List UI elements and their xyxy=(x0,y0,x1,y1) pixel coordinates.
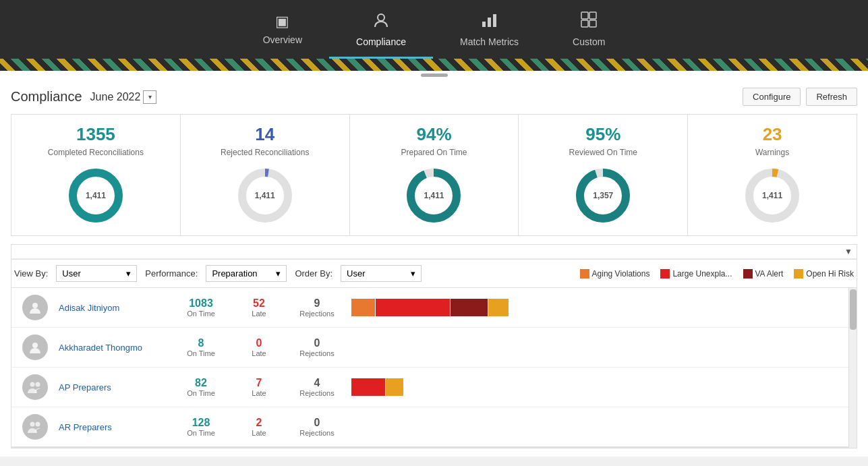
donut-warnings: 1,411 xyxy=(742,165,803,226)
on-time-num-ap: 82 xyxy=(195,377,207,389)
kpi-card-warnings: 23 Warnings 1,411 xyxy=(688,115,857,235)
scroll-thumb[interactable] xyxy=(850,289,857,330)
legend-color-open xyxy=(794,269,803,279)
kpi-number-prepared: 94% xyxy=(416,124,451,145)
svg-rect-7 xyxy=(589,20,596,27)
user-name-ap[interactable]: AP Preparers xyxy=(59,382,167,392)
kpi-card-completed: 1355 Completed Reconciliations 1,411 xyxy=(11,115,181,235)
refresh-button[interactable]: Refresh xyxy=(806,88,857,106)
main-content: Compliance June 2022 ▾ Configure Refresh… xyxy=(0,80,868,457)
rejections-num-ar: 0 xyxy=(314,417,320,429)
kpi-label-warnings: Warnings xyxy=(755,148,789,157)
user-name-adisak[interactable]: Adisak Jitniyom xyxy=(59,303,167,313)
nav-item-compliance[interactable]: Compliance xyxy=(329,5,433,59)
bar-seg-va xyxy=(451,299,488,316)
nav-item-overview[interactable]: ▣ Overview xyxy=(236,7,329,57)
order-by-select[interactable]: User ▾ xyxy=(341,265,422,282)
avatar-ar-preparers xyxy=(22,414,48,440)
kpi-chart-reviewed: 1,357 xyxy=(573,165,633,226)
svg-rect-5 xyxy=(589,12,596,19)
nav-label-custom: Custom xyxy=(573,36,605,47)
nav-item-match-metrics[interactable]: Match Metrics xyxy=(433,5,546,59)
legend-color-aging xyxy=(580,269,589,279)
legend-open-hi-risk: Open Hi Risk xyxy=(794,269,854,279)
kpi-label-prepared: Prepared On Time xyxy=(401,148,467,157)
bar-seg-aging xyxy=(351,299,375,316)
kpi-chart-warnings: 1,411 xyxy=(742,165,803,226)
bar-seg-open xyxy=(488,299,509,316)
kpi-chart-rejected: 1,411 xyxy=(235,165,295,226)
metric-rejections-adisak: 9 Rejections xyxy=(293,297,341,318)
table-row: AR Preparers 128 On Time 2 Late 0 Reject… xyxy=(11,407,857,448)
svg-point-24 xyxy=(32,343,38,348)
donut-center-prepared: 1,411 xyxy=(424,191,444,200)
donut-completed: 1,411 xyxy=(65,165,126,226)
kpi-number-warnings: 23 xyxy=(763,124,782,145)
late-label: Late xyxy=(252,310,266,318)
kpi-label-completed: Completed Reconciliations xyxy=(48,148,144,157)
nav-label-overview: Overview xyxy=(263,34,302,45)
view-by-chevron: ▾ xyxy=(126,268,131,279)
view-by-select[interactable]: User ▾ xyxy=(56,265,137,282)
nav-label-match-metrics: Match Metrics xyxy=(460,36,519,47)
rejections-num-akkharadet: 0 xyxy=(314,337,320,349)
date-dropdown-icon[interactable]: ▾ xyxy=(143,90,156,104)
on-time-label: On Time xyxy=(187,310,215,318)
on-time-num-adisak: 1083 xyxy=(189,297,213,310)
user-name-akkharadet[interactable]: Akkharadet Thongmo xyxy=(59,343,167,353)
configure-button[interactable]: Configure xyxy=(743,88,801,106)
rejections-num-ap: 4 xyxy=(314,377,320,389)
metric-on-time-akkharadet: 8 On Time xyxy=(177,337,225,357)
overview-icon: ▣ xyxy=(275,13,289,30)
rejections-label-2: Rejections xyxy=(299,349,334,357)
late-num-akkharadet: 0 xyxy=(256,337,262,349)
svg-point-23 xyxy=(32,303,38,308)
bar-seg-large xyxy=(376,299,450,316)
avatar-akkharadet xyxy=(22,334,48,360)
metric-late-ar: 2 Late xyxy=(235,417,283,437)
avatar-adisak xyxy=(22,295,48,320)
page-handle[interactable] xyxy=(0,71,868,80)
rejections-num-adisak: 9 xyxy=(314,297,320,310)
donut-center-reviewed: 1,357 xyxy=(593,191,613,200)
page-title: Compliance xyxy=(11,89,82,105)
legend-label-open: Open Hi Risk xyxy=(806,269,854,279)
on-time-num-ar: 128 xyxy=(192,417,210,429)
svg-point-0 xyxy=(378,14,384,21)
donut-center-completed: 1,411 xyxy=(86,191,106,200)
svg-point-28 xyxy=(36,422,40,427)
metric-on-time-adisak: 1083 On Time xyxy=(177,297,225,318)
rejections-label-3: Rejections xyxy=(299,389,334,397)
collapse-icon[interactable]: ▼ xyxy=(844,247,852,256)
kpi-card-reviewed: 95% Reviewed On Time 1,357 xyxy=(519,115,688,235)
bar-chart-akkharadet xyxy=(351,339,527,356)
on-time-num-akkharadet: 8 xyxy=(198,337,204,349)
svg-point-26 xyxy=(36,382,40,387)
metric-on-time-ap: 82 On Time xyxy=(177,377,225,397)
controls-row: View By: User ▾ Performance: Preparation… xyxy=(11,259,857,288)
rejections-label: Rejections xyxy=(299,310,334,318)
kpi-number-rejected: 14 xyxy=(255,124,274,145)
kpi-card-prepared: 94% Prepared On Time 1,411 xyxy=(350,115,519,235)
donut-reviewed: 1,357 xyxy=(573,165,633,226)
svg-rect-3 xyxy=(493,14,496,27)
bar-seg-large-ap xyxy=(351,378,385,396)
late-num-adisak: 52 xyxy=(253,297,265,310)
date-selector[interactable]: June 2022 ▾ xyxy=(90,90,157,104)
legend-va-alert: VA Alert xyxy=(743,269,784,279)
user-name-ar[interactable]: AR Preparers xyxy=(59,422,167,432)
table-row: AP Preparers 82 On Time 7 Late 4 Rejecti… xyxy=(11,368,857,407)
header-row: Compliance June 2022 ▾ Configure Refresh xyxy=(11,88,857,106)
scrollbar[interactable] xyxy=(848,288,857,448)
performance-select[interactable]: Preparation ▾ xyxy=(206,265,287,282)
on-time-label-2: On Time xyxy=(187,349,215,357)
custom-icon xyxy=(580,11,598,32)
nav-item-custom[interactable]: Custom xyxy=(546,5,632,59)
kpi-chart-prepared: 1,411 xyxy=(403,165,464,226)
kpi-chart-completed: 1,411 xyxy=(65,165,126,226)
metric-rejections-ar: 0 Rejections xyxy=(293,417,341,437)
on-time-label-3: On Time xyxy=(187,389,215,397)
user-list: Adisak Jitniyom 1083 On Time 52 Late 9 R… xyxy=(11,288,857,448)
performance-chevron: ▾ xyxy=(276,268,281,279)
header-right: Configure Refresh xyxy=(743,88,857,106)
